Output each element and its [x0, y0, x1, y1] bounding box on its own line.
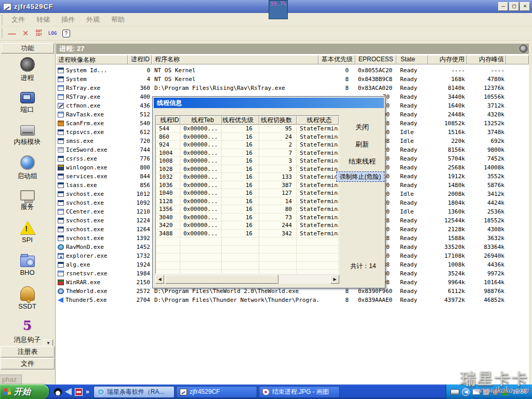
thread-row[interactable]: 9240x00000...162StateTermina [156, 141, 339, 149]
pid-cell: 512 [128, 110, 152, 119]
cut-icon[interactable] [75, 388, 83, 396]
thread-row[interactable]: 8600x00000...1624StateTermina [156, 133, 339, 141]
thread-row[interactable]: 10080x00000...163StateTermina [156, 157, 339, 165]
im-tray-icon[interactable] [483, 389, 489, 395]
taskbar-button-zjfr4529CF[interactable]: zjfr4529CF [176, 386, 257, 398]
thread-row[interactable]: 13560x00000...1680StateTermina [156, 205, 339, 214]
sidebar-item-label: BHO [20, 269, 34, 276]
process-row[interactable]: Thunder5.exe2704D:\Program Files\Thunder… [56, 296, 529, 304]
qq-icon[interactable] [54, 388, 62, 396]
sidebar-item-启动组[interactable]: 启动组 [0, 153, 55, 186]
thread-row[interactable]: 10280x00000...163StateTermina [156, 165, 339, 174]
menu-item-帮助[interactable]: 帮助 [105, 14, 130, 25]
taskbar-button-label: 结束进程.JPG - 画图 [272, 388, 329, 396]
thread-row[interactable]: 10320x00000...16133StateTermina [156, 173, 339, 181]
column-header-EPROCESS[interactable]: EPROCESS [355, 55, 396, 64]
taskbar-button-瑞星杀毒软件（RA...[interactable]: 瑞星杀毒软件（RA... [94, 386, 175, 398]
menu-item-转储[interactable]: 转储 [31, 14, 56, 25]
sidebar-item-BHO[interactable]: BHO [0, 251, 55, 284]
menu-item-文件[interactable]: 文件 [6, 14, 31, 25]
sidebar-item-SPI[interactable]: !SPI [0, 219, 55, 251]
thread-row[interactable]: 34200x00000...16244StateTermina [156, 221, 339, 230]
volume-tray-icon[interactable] [492, 389, 499, 395]
menu-item-外观[interactable]: 外观 [81, 14, 105, 25]
sidebar-button-注册表[interactable]: 注册表 [1, 346, 55, 357]
thread-row[interactable]: 30400x00000...1673StateTermina [156, 214, 339, 222]
sidebar-item-SSDT[interactable]: SSDT [0, 284, 55, 317]
thread-row[interactable]: 10360x00000...16387StateTermina [156, 181, 339, 190]
sidebar-header-功能[interactable]: 功能 [1, 43, 54, 54]
thread-cell: 0x00000... [180, 221, 222, 230]
thread-column-header-线程切换数[interactable]: 线程切换数 [259, 116, 297, 125]
process-name: TheWorld.exe [66, 287, 107, 296]
thread-column-header-线程Teb[interactable]: 线程Teb [180, 116, 222, 125]
start-button[interactable]: 开始 [0, 384, 49, 399]
column-header-进程映像名称[interactable]: 进程映像名称 [56, 55, 128, 64]
pid-cell: 1264 [128, 225, 152, 234]
thread-row[interactable]: 10040x00000...167StateTermina [156, 149, 339, 157]
panel-gear-icon[interactable] [520, 45, 527, 52]
thread-cell [259, 270, 297, 274]
memory-cell: 2448k [428, 110, 467, 119]
mail-tray-icon[interactable] [472, 389, 480, 395]
thread-cell: 0x00000... [180, 133, 222, 141]
help-icon[interactable]: ? [62, 30, 70, 37]
remove-icon[interactable]: — [6, 28, 18, 39]
peak-memory-cell: ---- [467, 66, 506, 75]
thread-row[interactable]: 10400x00000...16127StateTermina [156, 189, 339, 197]
column-header-内存峰值[interactable]: 内存峰值 [467, 55, 506, 64]
column-header-State[interactable]: State [396, 55, 428, 64]
menu-grip[interactable] [2, 15, 4, 24]
memory-cell: 5704k [428, 154, 467, 163]
empty-row [156, 254, 339, 262]
close-thread-dialog-button[interactable]: 关闭 [340, 123, 384, 132]
force-terminate-button[interactable]: 强制终止(危险) [336, 171, 384, 182]
kill-thread-button[interactable]: 结束线程 [340, 157, 384, 166]
scroll-left-button[interactable]: ◀ [155, 275, 164, 284]
column-header-内存使用[interactable]: 内存使用 [428, 55, 467, 64]
process-row[interactable]: RsTray.exe360D:\Program Files\Rising\Rav… [56, 84, 529, 92]
title-bar[interactable]: zjfr4529CF – □ × [0, 0, 532, 13]
process-row[interactable]: System4NT OS Kernel80x843BB9C8Ready168k4… [56, 75, 529, 84]
sidebar-item-端口[interactable]: 端口 [0, 88, 55, 121]
menu-item-插件[interactable]: 插件 [56, 14, 81, 25]
more-chevron-icon[interactable]: » [86, 388, 89, 396]
thread-row[interactable]: 34880x00000...16342StateTermina [156, 230, 339, 238]
state-cell: Ready [396, 66, 428, 75]
dialog-title-bar[interactable]: 线程信息 [154, 98, 384, 108]
thread-row[interactable]: 5440x00000...1695StateTermina [156, 125, 339, 133]
process-name: ctfmon.exe [66, 101, 100, 110]
thread-row[interactable]: 11280x00000...1614StateTermina [156, 197, 339, 206]
sidebar-item-进程[interactable]: 进程 [0, 55, 55, 88]
sidebar-item-服务[interactable]: 服务 [0, 186, 55, 219]
restore-button[interactable]: □ [509, 2, 519, 11]
taskbar-button-结束进程.JPG - 画图[interactable]: 结束进程.JPG - 画图 [259, 386, 340, 398]
close-button[interactable]: × [520, 2, 530, 11]
hide-icons-chevron[interactable]: ◀ [462, 388, 470, 396]
log-icon[interactable]: LOG [46, 28, 59, 39]
column-header-进程ID[interactable]: 进程ID [128, 55, 152, 64]
process-icon [58, 121, 64, 126]
gdt-idt-icon[interactable]: GDT IDT [33, 28, 45, 39]
scroll-thumb[interactable] [165, 275, 278, 284]
sidebar-item-内核模块[interactable]: 内核模块 [0, 121, 55, 153]
thread-column-header-线程ID[interactable]: 线程ID [156, 116, 180, 125]
refresh-button[interactable]: 刷新 [340, 140, 384, 149]
pid-cell: 612 [128, 128, 152, 137]
thread-cell: 16 [222, 205, 259, 214]
toolbar-grip[interactable] [2, 29, 4, 38]
keyboard-tray-icon[interactable] [450, 389, 459, 395]
clock[interactable]: 18:56 [511, 389, 529, 395]
delete-icon[interactable]: ✕ [19, 28, 32, 39]
sidebar-button-文件[interactable]: 文件 [1, 358, 55, 369]
thread-column-header-线程优先级[interactable]: 线程优先级 [222, 116, 259, 125]
minimize-button[interactable]: – [498, 2, 508, 11]
thread-column-header-线程状态[interactable]: 线程状态 [297, 116, 339, 125]
process-row[interactable]: System Id...0NT OS Kernel00x8055AC20Read… [56, 66, 529, 75]
antivirus-tray-icon[interactable] [501, 389, 509, 395]
column-header-程序名称[interactable]: 程序名称 [152, 55, 318, 64]
column-header-基本优先级[interactable]: 基本优先级 [318, 55, 355, 64]
thread-cell [222, 254, 259, 262]
thunder-icon[interactable] [65, 388, 72, 395]
scroll-right-button[interactable]: ▶ [330, 275, 339, 284]
